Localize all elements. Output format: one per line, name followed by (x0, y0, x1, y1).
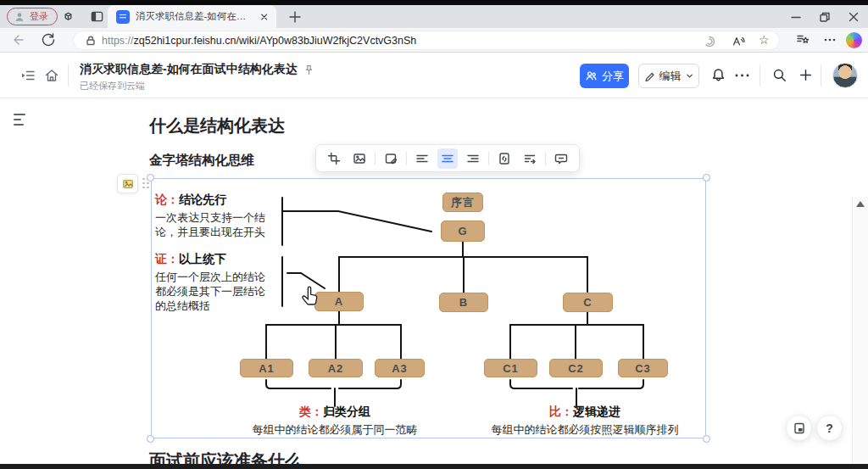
login-label: 登录 (30, 10, 48, 23)
diagram-node-a2: A2 (309, 359, 363, 377)
annotation-lei: 类：归类分组 每组中的结论都必须属于同一范畴 (208, 405, 462, 437)
window-minimize-button[interactable] (782, 5, 810, 28)
favorite-star-icon[interactable]: ☆ (759, 33, 770, 47)
copilot-icon[interactable] (846, 32, 862, 48)
browser-menu-icon[interactable] (822, 32, 837, 47)
doc-saved-status: 已经保存到云端 (80, 80, 314, 92)
toolbar-divider (545, 152, 546, 165)
rewards-icon[interactable] (703, 35, 716, 48)
header-divider (821, 64, 821, 87)
replace-image-icon[interactable] (349, 148, 370, 169)
toolbar-divider (375, 152, 376, 165)
chevron-down-icon (685, 71, 694, 81)
diagram-node-b: B (439, 293, 488, 312)
page-subheading: 金字塔结构化思维 (149, 152, 254, 170)
search-icon[interactable] (771, 67, 787, 83)
edit-button[interactable]: 编辑 (638, 64, 699, 88)
align-left-icon[interactable] (412, 148, 432, 169)
doc-body: 什么是结构化表达 金字塔结构化思维 (0, 98, 868, 464)
sidebar-toggle-icon[interactable] (20, 68, 36, 83)
annotation-bi: 比：逻辑递进 每组中的结论都必须按照逻辑顺序排列 (458, 405, 712, 437)
annotation-lun: 论：结论先行 一次表达只支持一个结论，并且要出现在开头 (155, 193, 274, 239)
window-restore-button[interactable] (810, 5, 839, 28)
pencil-icon (644, 70, 656, 82)
window-controls (782, 5, 868, 28)
window-close-button[interactable] (839, 5, 868, 28)
diagram-node-a: A (314, 292, 364, 311)
question-mark-icon: ? (826, 422, 833, 435)
diagram-node-c2: C2 (549, 359, 603, 377)
add-icon[interactable] (798, 67, 814, 83)
doc-header: 消灭求职信息差-如何在面试中结构化表达 已经保存到云端 分享 编辑 (0, 53, 868, 98)
edit-label: 编辑 (659, 69, 682, 84)
annotation-zheng: 证：以上统下 任何一个层次上的结论都必须是其下一层结论的总结概括 (155, 252, 274, 313)
resize-handle-top-left[interactable] (147, 174, 154, 181)
diagram-node-c3: C3 (618, 359, 668, 377)
scrollbar-up-arrow[interactable] (856, 201, 865, 207)
user-icon (14, 11, 25, 23)
browser-tab-strip: 登录 消灭求职信息差-如何在面试中结构化表达 (0, 5, 868, 28)
new-tab-button[interactable] (287, 8, 303, 25)
mouse-cursor-hand (299, 286, 320, 308)
refresh-icon[interactable] (41, 32, 56, 47)
pin-icon[interactable] (303, 64, 314, 75)
convert-icon[interactable] (520, 148, 540, 169)
align-right-icon[interactable] (463, 148, 483, 169)
address-bar[interactable]: https://zq52hi1cpur.feishu.cn/wiki/AYp0w… (73, 31, 780, 50)
diagram-node-c: C (563, 293, 613, 312)
help-button[interactable]: ? (816, 415, 843, 441)
back-icon[interactable] (10, 32, 25, 47)
avatar[interactable] (832, 63, 858, 88)
workspaces-icon[interactable] (61, 9, 75, 24)
browser-login-button[interactable]: 登录 (7, 8, 58, 25)
image-toolbar (315, 144, 580, 172)
block-gutter-widget (117, 174, 149, 193)
share-people-icon (585, 70, 598, 82)
share-button[interactable]: 分享 (580, 64, 629, 88)
header-divider (68, 64, 69, 87)
split-screen-icon[interactable] (90, 9, 104, 24)
tab-close-icon[interactable] (259, 11, 270, 23)
toolbar-divider (406, 152, 407, 165)
diagram-node-g: G (441, 221, 485, 242)
resize-handle-top-right[interactable] (703, 174, 710, 181)
url-text: https://zq52hi1cpur.feishu.cn/wiki/AYp0w… (102, 35, 416, 47)
browser-tab[interactable]: 消灭求职信息差-如何在面试中结构化表达 (108, 5, 276, 28)
diagram-node-c1: C1 (484, 359, 537, 377)
browser-nav-bar: https://zq52hi1cpur.feishu.cn/wiki/AYp0w… (0, 28, 868, 53)
feedback-button[interactable] (786, 415, 812, 441)
page-heading: 什么是结构化表达 (149, 114, 285, 137)
share-label: 分享 (602, 69, 624, 84)
feedback-doc-icon (793, 422, 806, 435)
diagram-node-a1: A1 (240, 359, 293, 377)
resize-handle-bottom-left[interactable] (147, 435, 154, 443)
resize-handle-bottom-right[interactable] (703, 435, 710, 443)
outline-toc-icon[interactable] (14, 114, 26, 129)
align-center-icon[interactable] (437, 148, 458, 169)
notifications-bell-icon[interactable] (710, 67, 726, 83)
page-scrollbar[interactable] (852, 197, 868, 469)
diagram-node-preface: 序言 (442, 193, 483, 212)
block-image-icon[interactable] (117, 174, 138, 193)
doc-more-icon[interactable] (734, 70, 750, 81)
doc-title: 消灭求职信息差-如何在面试中结构化表达 (80, 62, 298, 77)
collections-icon[interactable] (795, 32, 810, 47)
comment-icon[interactable] (551, 148, 571, 169)
header-divider (760, 64, 760, 87)
home-icon[interactable] (44, 68, 59, 83)
feishu-doc-favicon (116, 10, 130, 24)
window-bottom-strip (0, 464, 868, 469)
crop-icon[interactable] (324, 148, 344, 169)
annotate-icon[interactable] (381, 148, 401, 169)
diagram-image-block[interactable]: 序言 G A B C A1 A2 A3 C1 C2 C3 论：结论先行 一次表达… (151, 178, 706, 438)
copy-link-icon[interactable] (494, 148, 515, 169)
diagram-node-a3: A3 (375, 359, 425, 377)
doc-title-block: 消灭求职信息差-如何在面试中结构化表达 已经保存到云端 (80, 62, 314, 92)
tab-title: 消灭求职信息差-如何在面试中结构化表达 (136, 10, 253, 23)
lock-icon[interactable] (85, 35, 97, 47)
read-aloud-icon[interactable] (732, 35, 745, 48)
toolbar-divider (488, 152, 489, 165)
